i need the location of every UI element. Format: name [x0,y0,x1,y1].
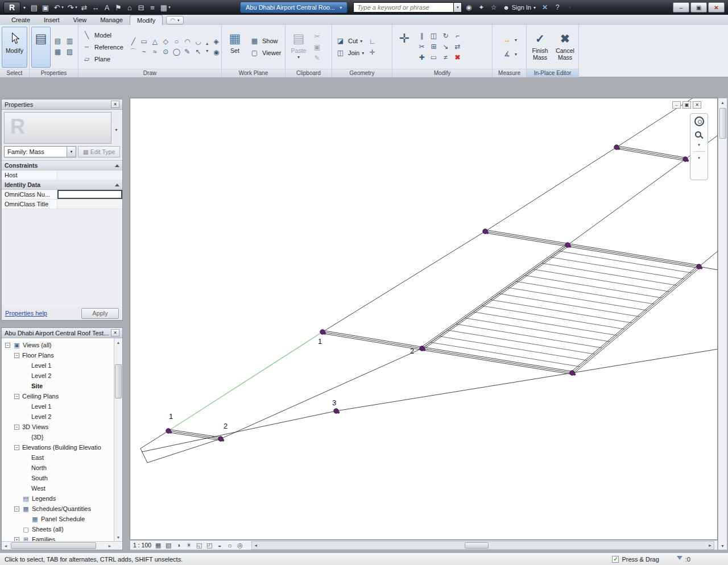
grid-hatch-line[interactable] [508,288,647,310]
rectangle-tool-icon[interactable]: ▭ [139,37,150,47]
switch-windows-dropdown-icon[interactable]: ▾ [167,2,172,13]
grid-hatch-line[interactable] [456,324,602,348]
beam-line[interactable] [617,146,685,157]
cut-to-clipboard-icon[interactable]: ✂ [312,31,322,41]
application-menu-dropdown-icon[interactable]: ▾ [22,5,27,10]
tree-item-south[interactable]: South [2,473,114,483]
minimize-button[interactable]: – [673,2,689,13]
show-work-plane-button[interactable]: ▦Show [248,36,282,47]
browser-vertical-scrollbar[interactable]: ▲ ▼ [114,338,122,541]
tree-item-level-2[interactable]: Level 2 [2,371,114,381]
temporary-hide-icon[interactable]: ◒ [215,541,224,550]
edit-type-button[interactable]: ▦ Edit Type [78,146,120,157]
tree-item-ceiling-plans[interactable]: −Ceiling Plans [2,391,114,401]
scroll-left-icon[interactable]: ◄ [252,542,259,549]
beam-line[interactable] [573,268,700,374]
mass-node-dot[interactable] [324,332,326,334]
property-value[interactable] [57,171,122,180]
grid-hatch-line[interactable] [525,276,662,298]
tab-modify[interactable]: Modify [130,15,163,25]
tab-view[interactable]: View [67,15,94,25]
tangent-arc-icon[interactable]: ⌒ [128,47,139,57]
help-dropdown-icon[interactable]: ▾ [564,2,576,13]
circumscribed-polygon-tool-icon[interactable]: ◇ [160,37,171,47]
zoom-dropdown-icon[interactable]: ▾ [698,143,700,147]
align-icon[interactable]: ∥ [416,31,427,40]
pin-icon[interactable]: ✚ [416,52,427,62]
default-3d-view-icon[interactable]: ⌂ [124,2,135,13]
document-title-pill[interactable]: Abu Dhabi Airport Central Roo... ▾ [240,2,348,13]
beam-line[interactable] [485,230,568,243]
grid-hatch-line[interactable] [516,281,655,304]
tree-item-views-all-[interactable]: −▣Views (all) [2,340,114,350]
browser-horizontal-scrollbar[interactable]: ◄ ► [2,541,122,550]
save-icon[interactable]: ▣ [40,2,51,13]
property-section-constraints[interactable]: Constraints [2,161,122,171]
grid-hatch-line[interactable] [439,336,587,360]
join-geometry-button[interactable]: ◫Join▾ [334,48,365,59]
beam-line[interactable] [422,347,572,371]
tag-icon[interactable]: ⚑ [113,2,124,13]
tree-item-legends[interactable]: ▤Legends [2,493,114,504]
panel-label-geometry[interactable]: Geometry [332,69,392,77]
measure-dropdown-icon[interactable]: ▾ [515,38,517,43]
restore-view-icon[interactable]: ▣ [682,101,691,109]
close-view-icon[interactable]: ✕ [693,101,701,109]
open-icon[interactable]: ▤ [28,2,40,13]
unpin-icon[interactable]: ≠ [440,52,451,62]
properties-palette-icon[interactable]: ▤ [52,36,63,46]
exchange-apps-icon[interactable]: ✕ [539,2,551,13]
tree-item-level-1[interactable]: Level 1 [2,360,114,371]
minimize-view-icon[interactable]: – [672,101,681,109]
expander-icon[interactable]: − [14,394,19,399]
scroll-right-icon[interactable]: ► [106,542,114,550]
mass-node-dot[interactable] [618,147,620,149]
viewport-horizontal-scrollbar[interactable]: ◄ ► [251,541,714,550]
expander-icon[interactable]: − [5,343,10,348]
scroll-left-icon[interactable]: ◄ [2,542,10,550]
move-button[interactable]: ✛ [394,27,415,68]
demolish-icon[interactable]: ✛ [367,48,378,57]
properties-help-link[interactable]: Properties help [5,310,47,317]
form-edge-line[interactable] [142,348,717,452]
communication-center-icon[interactable]: ✦ [475,2,487,13]
preview-dropdown-icon[interactable]: ▾ [113,112,120,144]
beam-line[interactable] [568,247,699,268]
expander-icon[interactable]: − [14,445,19,450]
maximize-button[interactable]: ▣ [690,2,707,13]
beam-line[interactable] [322,334,422,350]
modify-context-pill[interactable]: ◠ ▾ [166,16,183,24]
beam-line[interactable] [571,265,698,372]
plane-button[interactable]: ▱Plane [80,53,125,64]
scale-icon[interactable]: ▭ [428,52,439,62]
match-type-icon[interactable]: ✎ [312,53,322,63]
beam-line[interactable] [485,231,568,245]
copy-to-clipboard-icon[interactable]: ▣ [312,42,322,52]
shadows-icon[interactable]: ◑ [174,541,183,550]
void-form-icon[interactable]: ◉ [211,48,222,57]
family-category-icon[interactable]: ▥ [64,36,75,46]
search-go-icon[interactable]: ◉ [463,2,474,13]
family-types-icon[interactable]: ▧ [64,47,75,57]
beam-line[interactable] [617,147,685,159]
unlocked-view-icon[interactable]: ◎ [235,541,245,550]
split-icon[interactable]: ✂ [416,41,427,51]
dimension-dropdown-icon[interactable]: ▾ [515,52,517,57]
viewport-vertical-scrollbar[interactable]: ▲ ▼ [718,98,727,550]
transfer-icon[interactable]: ⇄ [78,2,90,13]
form-edge-line[interactable] [699,251,717,267]
application-menu-button[interactable]: R [3,2,20,14]
beam-line[interactable] [421,244,566,347]
mass-node-dot[interactable] [573,373,576,375]
grid-hatch-line[interactable] [465,318,609,342]
form-edge-line[interactable] [140,439,221,463]
text-icon[interactable]: A [101,2,113,13]
properties-close-icon[interactable]: ✕ [111,101,119,108]
finish-mass-button[interactable]: ✓ Finish Mass [528,27,552,68]
project-browser-titlebar[interactable]: Abu Dhabi Airport Central Roof Test... ✕ [2,328,122,338]
beam-line[interactable] [322,330,422,347]
modify-tool-button[interactable]: Modify [2,27,27,68]
array-icon[interactable]: ⊞ [428,41,439,51]
set-work-plane-button[interactable]: ▦ Set [224,27,246,68]
grid-hatch-line[interactable] [542,263,677,285]
